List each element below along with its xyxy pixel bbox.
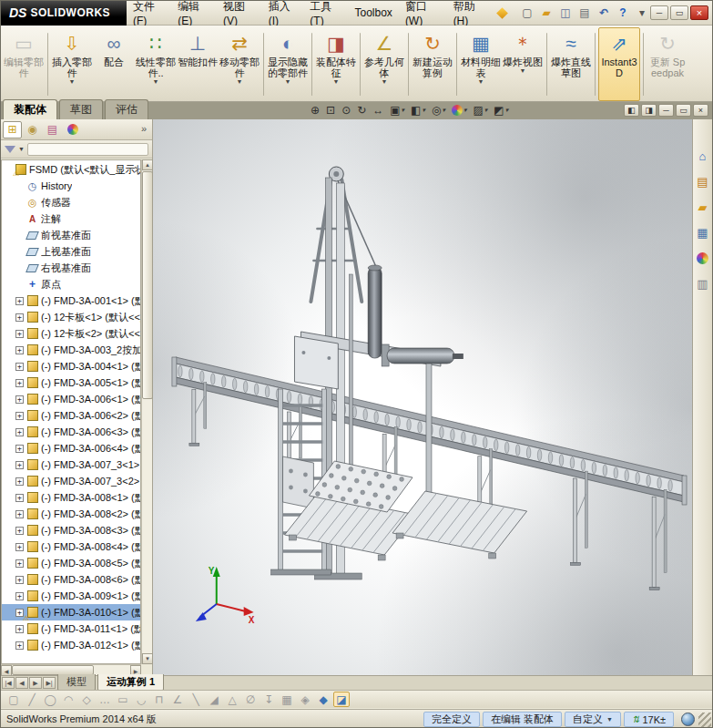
sketch-tool-icon[interactable]: ◯	[42, 692, 58, 707]
tree-item[interactable]: + ⚠ 传感器	[2, 194, 140, 210]
sketch-tool-icon[interactable]: ◆	[315, 692, 331, 707]
sketch-tool-icon[interactable]: ╱	[24, 692, 40, 707]
status-segment[interactable]: 完全定义▼	[423, 712, 480, 727]
view-settings-icon[interactable]: ◩▾	[492, 103, 510, 118]
ribbon-button[interactable]: ∠ 参考几何体 ▼	[363, 27, 405, 101]
ribbon-button[interactable]: ▦ 材料明细表 ▼	[460, 27, 502, 101]
tree-item[interactable]: + ⚠ (-) FMD-3A-012<1> (默认	[2, 637, 140, 653]
view-orientation-icon[interactable]: ▣▾	[388, 103, 406, 118]
tree-vertical-scrollbar[interactable]: ▲ ▼	[141, 159, 152, 664]
zoom-fit-icon[interactable]: ⊕▾	[309, 103, 321, 118]
expand-icon[interactable]: +	[15, 494, 24, 502]
sketch-tool-icon[interactable]: ∅	[242, 692, 259, 707]
ribbon-button[interactable]: ⇄ 移动零部件 ▼	[219, 27, 260, 101]
doc-close-icon[interactable]: ×	[693, 104, 708, 117]
tree-item[interactable]: + ⚠ (-) FMD-3A-004<1> (默认	[2, 358, 140, 374]
ribbon-button[interactable]: ▼	[595, 33, 596, 96]
tree-item[interactable]: + ⚠ 前视基准面	[2, 227, 140, 243]
tree-item[interactable]: + ⚠ 原点	[2, 276, 140, 292]
sketch-tool-icon[interactable]: ▭	[115, 692, 131, 707]
tree-item[interactable]: + ⚠ (-) FMD-3A-008<6> (默认	[2, 571, 140, 588]
tree-item[interactable]: + ⚠ (-) FMD-3A-008<5> (默认	[2, 555, 140, 571]
tree-item[interactable]: + ⚠ 右视基准面	[2, 260, 140, 276]
apply-scene-icon[interactable]: ▨▾	[471, 103, 489, 118]
sketch-tool-icon[interactable]: ◡	[133, 692, 149, 707]
scroll-up-icon[interactable]: ▲	[142, 159, 153, 170]
maximize-button[interactable]: ▭	[670, 5, 688, 20]
tree-item[interactable]: + ⚠ (-) FMD-3A-009<1> (默认	[2, 588, 140, 604]
vertical-scroll-thumb[interactable]	[142, 171, 153, 399]
commandmanager-tab[interactable]: 评估	[105, 99, 148, 119]
tree-item[interactable]: + ⚠ (-) FMD-3A-010<1> (默	[2, 604, 140, 620]
expand-icon[interactable]: +	[15, 428, 24, 436]
ribbon-button[interactable]: ≈ 爆炸直线草图 ▼	[550, 27, 592, 101]
tree-item[interactable]: + ⚠ (-) FMD-3A-006<1> (默认	[2, 391, 140, 407]
ribbon-button[interactable]: ↻ 更新 Speedpak ▼	[647, 27, 688, 101]
close-button[interactable]: ×	[690, 5, 708, 20]
expand-icon[interactable]: +	[15, 395, 24, 404]
expand-icon[interactable]: +	[15, 363, 24, 371]
filter-dropdown-icon[interactable]: ▼	[18, 146, 25, 152]
ribbon-button[interactable]: ⊥ 智能扣件 ▼	[177, 27, 219, 101]
expand-icon[interactable]: +	[15, 330, 24, 338]
tree-item[interactable]: + ⚠ (-) FMD-3A-008<1> (默认	[2, 489, 140, 506]
save-icon[interactable]: ◫	[557, 5, 574, 21]
sketch-tool-icon[interactable]: △	[224, 692, 240, 707]
last-tab-button[interactable]: ▶|	[43, 677, 56, 689]
sketch-tool-icon[interactable]: ▦	[279, 692, 295, 707]
ribbon-button[interactable]: ▭ 编辑零部件 ▼	[3, 27, 45, 101]
expand-icon[interactable]: +	[15, 510, 24, 518]
qat-more-icon[interactable]: ▾	[634, 5, 650, 21]
expand-icon[interactable]: +	[15, 625, 24, 633]
print-icon[interactable]: ▤	[576, 5, 593, 21]
minimize-button[interactable]: ─	[650, 5, 668, 20]
view-palette-icon[interactable]: ▦	[695, 225, 710, 241]
ribbon-button[interactable]: ▼	[546, 33, 547, 96]
sketch-tool-icon[interactable]: ▢	[5, 692, 22, 707]
new-document-icon[interactable]: ▢	[519, 5, 535, 21]
resize-grip[interactable]	[698, 713, 711, 727]
sketch-tool-icon[interactable]: ↧	[260, 692, 277, 707]
expand-icon[interactable]: +	[15, 297, 24, 305]
tree-item[interactable]: + ⚠ (-) FMD-3A-007_3<2> (默	[2, 473, 140, 489]
expand-icon[interactable]: +	[15, 346, 24, 354]
tree-item[interactable]: + ⚠ (-) FMD-3A-005<1> (默认	[2, 374, 140, 391]
ribbon-button[interactable]: ◐ 显示隐藏的零部件 ▼	[267, 27, 309, 101]
doc-restore-icon[interactable]: ▭	[676, 104, 691, 117]
sketch-tool-icon[interactable]: ◇	[78, 692, 95, 707]
tree-item[interactable]: + ⚠ (-) FMD-3A-008<4> (默认	[2, 538, 140, 555]
sketch-tool-icon[interactable]: ╲	[188, 692, 204, 707]
displaymanager-tab[interactable]	[63, 121, 82, 138]
tree-item[interactable]: + ⚠ (-) FMD-3A-006<3> (默认	[2, 424, 140, 440]
file-explorer-icon[interactable]: ▰	[695, 200, 710, 215]
design-library-icon[interactable]: ▤	[695, 174, 710, 190]
status-globe-icon[interactable]	[681, 713, 695, 726]
ribbon-button[interactable]: ◨ 装配体特征 ▼	[315, 27, 357, 101]
tree-item[interactable]: + ⚠ (-) FMD-3A-008<2> (默认	[2, 506, 140, 522]
ribbon-button[interactable]: ▼	[263, 33, 264, 96]
next-tab-button[interactable]: ▶	[29, 677, 42, 689]
filter-input[interactable]	[27, 143, 148, 156]
ribbon-button[interactable]: ▼	[360, 33, 361, 96]
tree-item[interactable]: + ⚠ (-) FMD-3A-007_3<1> (默	[2, 456, 140, 473]
viewport-canvas[interactable]: Y X	[153, 119, 692, 675]
open-folder-icon[interactable]: ▰	[538, 5, 555, 21]
expand-icon[interactable]: +	[15, 477, 24, 486]
prev-tab-button[interactable]: ◀	[15, 677, 28, 689]
first-tab-button[interactable]: |◀	[2, 677, 15, 689]
commandmanager-tab[interactable]: 草图	[59, 99, 103, 119]
ribbon-button[interactable]: ↻ 新建运动算例 ▼	[412, 27, 453, 101]
ribbon-button[interactable]: ∷ 线性零部件.. ▼	[135, 27, 177, 101]
hide-show-items-icon[interactable]: ◎▾	[430, 103, 447, 118]
expand-icon[interactable]: +	[15, 313, 24, 322]
tree-item[interactable]: + ⚠ (-) FMD-3A-006<2> (默认	[2, 407, 140, 424]
custom-properties-icon[interactable]: ▥	[695, 276, 710, 292]
rotate-view-icon[interactable]: ↻▾	[355, 103, 368, 118]
expand-icon[interactable]: +	[15, 559, 24, 568]
status-segment[interactable]: 自定义▼	[565, 712, 621, 727]
tree-item[interactable]: + ⚠ (-) FMD-3A-001<1> (默认	[2, 292, 140, 309]
sketch-tool-icon[interactable]: ◈	[297, 692, 313, 707]
tree-item[interactable]: + ⚠ (-) FMD-3A-008<3> (默认	[2, 522, 140, 538]
undo-icon[interactable]: ↶	[596, 5, 612, 21]
ribbon-button[interactable]: ⇗ Instant3D ▼	[598, 27, 640, 101]
